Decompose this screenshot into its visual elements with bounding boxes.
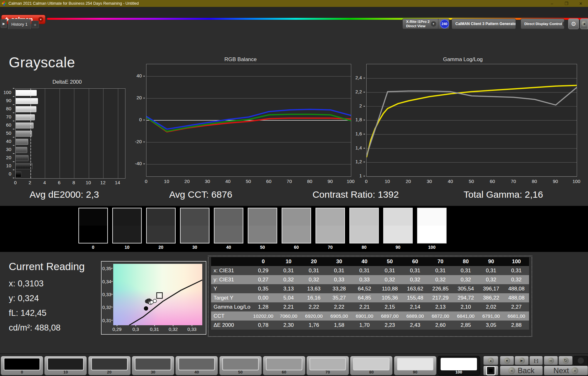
stop-button[interactable]: ■ bbox=[500, 356, 514, 365]
gamma-y-axis: 2,42,221,81,61,41,21 bbox=[350, 64, 365, 176]
table-column-header: 50 bbox=[377, 257, 403, 266]
pattern-patch-color bbox=[310, 358, 346, 370]
play-button[interactable]: ▶ bbox=[515, 356, 529, 365]
axis-tick bbox=[13, 104, 14, 105]
swatch-level-label: 50 bbox=[248, 245, 277, 250]
restore-icon[interactable]: ❐ bbox=[559, 0, 574, 7]
swatch-target-half bbox=[181, 226, 209, 243]
axis-tick-label: 0,31 bbox=[150, 326, 159, 332]
close-icon[interactable]: ✕ bbox=[574, 0, 588, 7]
swatch-level-label: 90 bbox=[383, 245, 413, 250]
axis-tick-label: 0,29 bbox=[112, 326, 121, 332]
axis-tick-label: 2 bbox=[29, 180, 31, 185]
pattern-patch-button[interactable]: 10 bbox=[44, 356, 87, 375]
axis-tick bbox=[143, 76, 145, 76]
header-band: ❖ calman ▼ bbox=[0, 7, 588, 18]
pattern-patch-button[interactable]: 90 bbox=[394, 356, 437, 375]
pattern-patch-color bbox=[91, 358, 128, 370]
axis-tick bbox=[363, 148, 365, 149]
gear-icon[interactable]: ⚙ bbox=[568, 18, 579, 29]
back-arrow-icon: « bbox=[508, 367, 515, 374]
meter-dropdown[interactable]: X-Rite i1Pro 2 Direct View ▼ 240 bbox=[402, 18, 449, 29]
next-button[interactable]: Next » bbox=[544, 366, 588, 375]
table-cell: 3,05 bbox=[479, 321, 504, 330]
pattern-patch-button[interactable]: 70 bbox=[306, 356, 349, 375]
table-cell: 35,27 bbox=[326, 293, 352, 302]
rgb-balance-chart-title: RGB Balance bbox=[130, 56, 351, 63]
axis-tick-label: 90 bbox=[1, 98, 11, 103]
grayscale-swatch bbox=[248, 208, 277, 243]
table-corner-cell bbox=[211, 257, 251, 266]
axis-tick-label: -40 bbox=[131, 161, 142, 166]
table-column-header: 80 bbox=[453, 257, 479, 266]
pattern-patch-label: 100 bbox=[438, 370, 480, 374]
pattern-patch-button[interactable]: 100 bbox=[437, 356, 480, 375]
divider bbox=[438, 19, 438, 29]
axis-tick-label: 14 bbox=[115, 180, 120, 185]
pattern-patch-color bbox=[47, 358, 84, 370]
tab-history[interactable]: History 1 bbox=[8, 19, 31, 29]
cie-chart-frame: 0,350,340,330,320,31 0,290,30,310,320,33 bbox=[101, 261, 206, 335]
deltae-bar bbox=[16, 147, 27, 153]
add-tab-button[interactable]: + bbox=[31, 21, 39, 28]
table-cell: 0,78 bbox=[251, 321, 276, 330]
range-button[interactable]: [-] bbox=[529, 356, 543, 365]
play-icon: ▶ bbox=[519, 358, 525, 364]
loop-button[interactable]: ↻ bbox=[559, 356, 573, 365]
table-cell: 396,17 bbox=[479, 284, 504, 293]
pattern-patch-button[interactable]: 80 bbox=[350, 356, 393, 375]
pattern-patch-label: 50 bbox=[220, 370, 262, 374]
table-cell: 294,72 bbox=[453, 293, 479, 302]
table-cell: 6889,00 bbox=[402, 311, 428, 321]
display-control-dropdown[interactable]: Direct Display Control ▼ bbox=[521, 18, 564, 29]
pattern-patch-button[interactable]: 30 bbox=[132, 356, 174, 375]
pattern-patch-color bbox=[222, 358, 259, 370]
table-cell: 0,33 bbox=[326, 275, 352, 284]
axis-tick-label: 10 bbox=[86, 180, 91, 185]
table-cell: 226,85 bbox=[428, 284, 453, 293]
table-column-header: 0 bbox=[251, 257, 276, 266]
continuous-read-button[interactable]: ∞ bbox=[544, 356, 558, 365]
patch-size-up-button[interactable]: ▲ bbox=[483, 356, 498, 365]
chevron-down-icon: ▼ bbox=[562, 21, 564, 27]
meter-label: X-Rite i1Pro 2 Direct View bbox=[406, 19, 430, 29]
pattern-patch-button[interactable]: 40 bbox=[175, 356, 218, 375]
table-cell: 33,28 bbox=[326, 284, 352, 293]
pattern-patch-button[interactable]: 0 bbox=[1, 356, 43, 375]
pattern-generator-status-stripe bbox=[452, 19, 453, 29]
pattern-patch-button[interactable]: 20 bbox=[88, 356, 131, 375]
axis-tick bbox=[13, 121, 14, 121]
meter-status-stripe bbox=[403, 19, 404, 29]
axis-tick-label: 0,31 bbox=[102, 318, 109, 323]
meter-count-badge: 240 bbox=[440, 19, 449, 29]
grayscale-swatch bbox=[417, 208, 447, 243]
patch-window-button[interactable] bbox=[483, 366, 498, 375]
tab-scroll-arrow-button[interactable]: ▶ bbox=[1, 19, 7, 28]
pattern-patch-button[interactable]: 50 bbox=[219, 356, 262, 375]
current-reading-values: x: 0,3103y: 0,324fL: 142,45cd/m²: 488,08 bbox=[9, 276, 61, 335]
table-cell: 105,36 bbox=[377, 293, 403, 302]
daylight-locus-line bbox=[129, 280, 202, 325]
swatch-level-label: 70 bbox=[315, 245, 345, 250]
rgb-chart-canvas bbox=[146, 64, 351, 176]
table-cell: 0,31 bbox=[479, 266, 504, 275]
pattern-generator-dropdown[interactable]: CalMAN Client 3 Pattern Generator ▼ bbox=[452, 18, 516, 29]
pattern-patch-button[interactable]: 60 bbox=[263, 356, 305, 375]
axis-tick bbox=[363, 134, 365, 134]
back-button[interactable]: « Back bbox=[500, 366, 543, 375]
table-cell: 2,02 bbox=[479, 302, 504, 311]
swatch-target-half bbox=[79, 226, 107, 243]
minimize-icon[interactable]: – bbox=[545, 0, 559, 7]
axis-tick-label: 2,2 bbox=[350, 89, 362, 94]
axis-tick-label: 50 bbox=[469, 179, 474, 184]
table-cell: 386,22 bbox=[479, 293, 504, 302]
axis-tick-label: 2 bbox=[350, 103, 362, 108]
table-cell: 6901,00 bbox=[352, 311, 377, 321]
collapse-panel-button[interactable]: ◀ bbox=[580, 18, 588, 29]
table-cell: 6872,00 bbox=[428, 311, 453, 321]
axis-tick-label: 0,33 bbox=[187, 326, 196, 332]
axis-tick-label: 80 bbox=[1, 106, 11, 111]
table-cell: 64,85 bbox=[352, 293, 377, 302]
table-cell: 10202,00 bbox=[251, 311, 276, 321]
swatch-level-label: 80 bbox=[349, 245, 379, 250]
